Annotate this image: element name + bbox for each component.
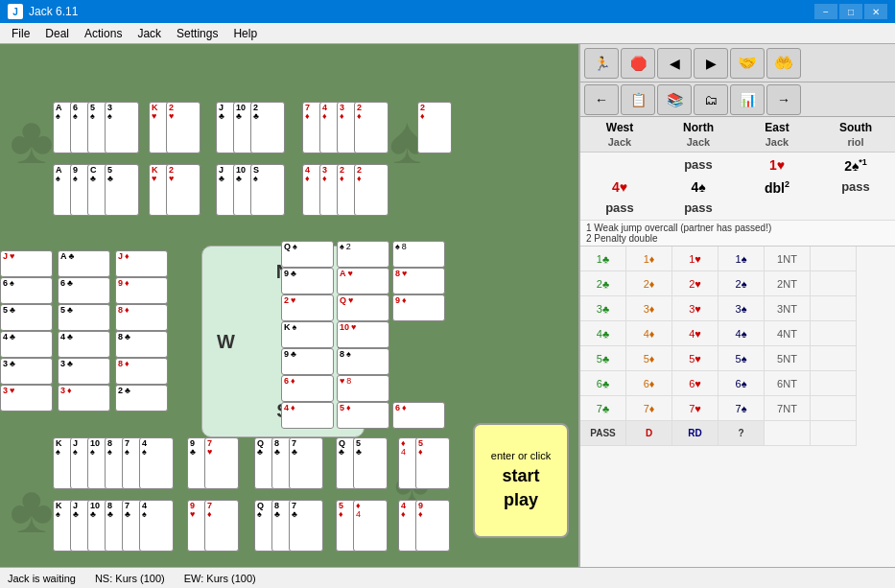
prev-button[interactable]: ◀ (657, 48, 692, 79)
bid-7nt[interactable]: 7NT (765, 396, 811, 421)
start-play-line1: enter or click (491, 449, 551, 463)
bid-5c[interactable]: 5♣ (580, 346, 626, 371)
notes-button[interactable]: 📋 (621, 84, 655, 115)
bid-6h[interactable]: 6♥ (672, 371, 718, 396)
bid-2c[interactable]: 2♣ (580, 271, 626, 296)
title-bar: J Jack 6.11 − □ ✕ (0, 0, 895, 23)
menu-jack[interactable]: Jack (130, 25, 169, 42)
bid-empty-6 (811, 371, 857, 396)
status-ew: EW: Kurs (100) (184, 573, 256, 584)
bid-6s[interactable]: 6♠ (718, 371, 765, 396)
compass-west: W (217, 331, 235, 353)
south-header: South riol (816, 121, 895, 148)
bid-2s[interactable]: 2♠ (718, 271, 765, 296)
bid-n-2: 4♠ (659, 176, 738, 199)
bid-3nt[interactable]: 3NT (765, 296, 811, 321)
bid-s-1: 2♠*1 (816, 154, 895, 176)
north-label: North (659, 121, 738, 134)
bid-7d[interactable]: 7♦ (626, 396, 672, 421)
bid-table-grid: 1♣ 1♦ 1♥ 1♠ 1NT 2♣ 2♦ 2♥ 2♠ 2NT 3♣ 3♦ (580, 246, 895, 446)
bid-2d[interactable]: 2♦ (626, 271, 672, 296)
bid-6nt[interactable]: 6NT (765, 371, 811, 396)
north-hand-area: A♠ 6♠ 5♠ 3♠ K♥ 2♥ J♣ 10♣ 2♣ 7♦ 4♦ 3♦ 2♦ (53, 102, 552, 226)
bg-suit-club-bl: ♣ (10, 471, 54, 548)
run-button[interactable]: 🏃 (584, 48, 619, 79)
bid-1c[interactable]: 1♣ (580, 247, 626, 271)
menu-file[interactable]: File (4, 25, 37, 42)
minimize-button[interactable]: − (814, 4, 837, 19)
east-header: East Jack (738, 121, 816, 148)
west-label: West (580, 121, 659, 134)
bid-5nt[interactable]: 5NT (765, 346, 811, 371)
app-icon: J (8, 4, 23, 19)
bid-1d[interactable]: 1♦ (626, 247, 672, 271)
menu-actions[interactable]: Actions (77, 25, 130, 42)
west-hand-area: J♥ 6♠ 5♣ 4♣ 3♣ 3♥ A♣ 6♣ 5♣ 4♣ 3♣ 3♦ J♦ 9… (0, 250, 177, 452)
bid-redouble[interactable]: RD (672, 421, 718, 446)
bid-empty-7 (811, 396, 857, 421)
west-header: West Jack (580, 121, 659, 148)
bid-5d[interactable]: 5♦ (626, 346, 672, 371)
bid-4nt[interactable]: 4NT (765, 321, 811, 346)
bid-4c[interactable]: 4♣ (580, 321, 626, 346)
status-bar: Jack is waiting NS: Kurs (100) EW: Kurs … (0, 567, 895, 588)
maximize-button[interactable]: □ (839, 4, 862, 19)
bid-4h[interactable]: 4♥ (672, 321, 718, 346)
table-button[interactable]: 📊 (730, 84, 765, 115)
bid-4d[interactable]: 4♦ (626, 321, 672, 346)
bid-empty-3 (811, 296, 857, 321)
bid-6c[interactable]: 6♣ (580, 371, 626, 396)
footnote-1: 1 Weak jump overcall (partner has passed… (586, 223, 889, 233)
bid-3d[interactable]: 3♦ (626, 296, 672, 321)
main-content: ♣ ♠ ♣ ♠ A♠ 6♠ 5♠ 3♠ K♥ 2♥ J♣ 10♣ 2♣ (0, 44, 895, 567)
bidding-area: West Jack North Jack East Jack South rio… (580, 117, 895, 567)
bid-7s[interactable]: 7♠ (718, 396, 765, 421)
bid-1nt[interactable]: 1NT (765, 247, 811, 271)
bid-3c[interactable]: 3♣ (580, 296, 626, 321)
stop-button[interactable]: 🛑 (621, 48, 655, 79)
south-hand-area: K♠ J♠ 10♠ 8♠ 7♠ 4♠ 9♣ 7♥ Q♣ 8♣ 7♣ Q♣ 5♣ … (53, 437, 465, 562)
footnote-2: 2 Penalty double (586, 233, 889, 244)
game-area: ♣ ♠ ♣ ♠ A♠ 6♠ 5♠ 3♠ K♥ 2♥ J♣ 10♣ 2♣ (0, 44, 578, 567)
handshake-button[interactable]: 🤝 (730, 48, 765, 79)
bid-n-3: pass (659, 198, 738, 218)
bid-4s[interactable]: 4♠ (718, 321, 765, 346)
bid-1s[interactable]: 1♠ (718, 247, 765, 271)
book-button[interactable]: 📚 (657, 84, 692, 115)
bid-empty-1 (811, 247, 857, 271)
bid-2h[interactable]: 2♥ (672, 271, 718, 296)
east-player-name: Jack (738, 136, 816, 148)
toolbar-1: 🏃 🛑 ◀ ▶ 🤝 🤲 (580, 44, 895, 82)
bid-6d[interactable]: 6♦ (626, 371, 672, 396)
deal-button[interactable]: 🤲 (766, 48, 801, 79)
bid-5h[interactable]: 5♥ (672, 346, 718, 371)
bid-2nt[interactable]: 2NT (765, 271, 811, 296)
next-button[interactable]: ▶ (694, 48, 728, 79)
bid-3h[interactable]: 3♥ (672, 296, 718, 321)
bid-double[interactable]: D (626, 421, 672, 446)
bid-empty-8 (765, 421, 811, 446)
bid-5s[interactable]: 5♠ (718, 346, 765, 371)
menu-settings[interactable]: Settings (169, 25, 225, 42)
bid-s-2: pass (816, 176, 895, 199)
bid-w-2: 4♥ (580, 176, 659, 199)
menu-help[interactable]: Help (225, 25, 265, 42)
bid-7h[interactable]: 7♥ (672, 396, 718, 421)
menu-deal[interactable]: Deal (37, 25, 77, 42)
bid-3s[interactable]: 3♠ (718, 296, 765, 321)
bid-question[interactable]: ? (718, 421, 765, 446)
start-play-button[interactable]: enter or click start play (473, 423, 569, 538)
back-button[interactable]: ← (584, 84, 619, 115)
toolbar-2: ← 📋 📚 🗂 📊 → (580, 82, 895, 117)
bid-7c[interactable]: 7♣ (580, 396, 626, 421)
bid-w-1 (580, 154, 659, 176)
bid-1h[interactable]: 1♥ (672, 247, 718, 271)
forward-button[interactable]: → (766, 84, 801, 115)
title-bar-controls: − □ ✕ (814, 4, 887, 19)
close-button[interactable]: ✕ (864, 4, 887, 19)
bid-empty-2 (811, 271, 857, 296)
bid-pass[interactable]: PASS (580, 421, 626, 446)
bid-e-2: dbl2 (738, 176, 816, 199)
bid-sequence: pass 1♥ 2♠*1 4♥ 4♠ dbl2 pass pass pass (580, 153, 895, 220)
cards-button[interactable]: 🗂 (694, 84, 728, 115)
